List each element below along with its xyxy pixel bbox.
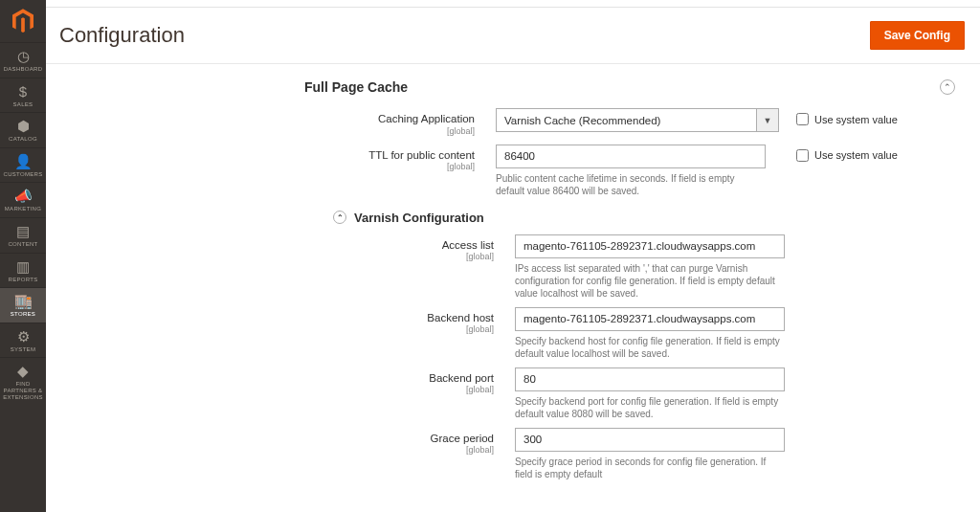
section-heading[interactable]: Full Page Cache	[56, 79, 965, 108]
ttl-input[interactable]	[496, 145, 766, 168]
label-access-list: Access list [global]	[56, 234, 515, 263]
grace-period-input[interactable]	[515, 428, 785, 452]
page-title: Configuration	[59, 23, 185, 48]
row-backend-port: Backend port [global] Specify backend po…	[56, 367, 965, 420]
customers-icon: 👤	[14, 154, 33, 168]
label-backend-port: Backend port [global]	[56, 367, 515, 396]
row-caching-application: Caching Application [global] Varnish Cac…	[56, 108, 965, 137]
backend-port-note: Specify backend port for config file gen…	[515, 395, 785, 420]
partners-icon: ◆	[17, 364, 29, 378]
collapse-section-toggle[interactable]: ⌃	[940, 79, 955, 95]
grace-period-note: Specify grace period in seconds for conf…	[515, 456, 785, 480]
use-system-label: Use system value	[814, 114, 898, 125]
nav-dashboard[interactable]: ◷ DASHBOARD	[0, 42, 46, 78]
nav-marketing[interactable]: 📣 MARKETING	[0, 182, 46, 217]
chevron-down-icon[interactable]: ▼	[756, 108, 779, 132]
form-content: ⌃ Full Page Cache Caching Application [g…	[46, 64, 980, 512]
sales-icon: $	[19, 84, 27, 99]
content-icon: ▤	[16, 224, 30, 238]
sub-section-varnish[interactable]: ⌃ Varnish Configuration	[56, 205, 965, 234]
ttl-note: Public content cache lifetime in seconds…	[496, 172, 766, 197]
primary-nav: ◷ DASHBOARD $ SALES ⬢ CATALOG 👤 CUSTOMER…	[0, 42, 46, 405]
stores-icon: 🏬	[14, 294, 33, 308]
page-header: Configuration Save Config	[46, 8, 980, 64]
section-full-page-cache: ⌃ Full Page Cache Caching Application [g…	[56, 64, 965, 480]
nav-customers[interactable]: 👤 CUSTOMERS	[0, 147, 46, 183]
ttl-use-system-checkbox[interactable]	[796, 149, 809, 162]
caching-application-use-system-checkbox[interactable]	[796, 113, 809, 125]
marketing-icon: 📣	[14, 189, 33, 203]
label-caching-application: Caching Application [global]	[56, 108, 496, 137]
label-grace-period: Grace period [global]	[56, 428, 515, 456]
access-list-input[interactable]	[515, 234, 785, 258]
dashboard-icon: ◷	[17, 49, 30, 63]
chevron-up-icon: ⌃	[333, 211, 346, 224]
row-ttl: TTL for public content [global] Public c…	[56, 145, 965, 197]
caching-application-value: Varnish Cache (Recommended)	[496, 108, 756, 132]
label-backend-host: Backend host [global]	[56, 307, 515, 336]
backend-host-note: Specify backend host for config file gen…	[515, 335, 785, 360]
nav-reports[interactable]: ▥ REPORTS	[0, 253, 46, 288]
system-icon: ⚙	[17, 329, 30, 344]
access-list-note: IPs access list separated with ',' that …	[515, 262, 785, 300]
row-grace-period: Grace period [global] Specify grace peri…	[56, 428, 965, 480]
magento-logo-icon	[12, 9, 33, 33]
main-area: Configuration Save Config ⌃ Full Page Ca…	[46, 0, 980, 512]
nav-sales[interactable]: $ SALES	[0, 78, 46, 113]
topbar	[46, 0, 980, 8]
save-config-button[interactable]: Save Config	[870, 21, 965, 50]
magento-logo[interactable]	[0, 0, 46, 42]
caching-application-select[interactable]: Varnish Cache (Recommended) ▼	[496, 108, 779, 132]
catalog-icon: ⬢	[17, 119, 30, 133]
backend-host-input[interactable]	[515, 307, 785, 331]
nav-system[interactable]: ⚙ SYSTEM	[0, 323, 46, 358]
nav-catalog[interactable]: ⬢ CATALOG	[0, 112, 46, 147]
reports-icon: ▥	[16, 259, 30, 274]
chevron-up-icon: ⌃	[944, 82, 951, 92]
admin-sidebar: ◷ DASHBOARD $ SALES ⬢ CATALOG 👤 CUSTOMER…	[0, 0, 46, 512]
nav-stores[interactable]: 🏬 STORES	[0, 287, 46, 323]
row-backend-host: Backend host [global] Specify backend ho…	[56, 307, 965, 360]
nav-partners[interactable]: ◆ FIND PARTNERS & EXTENSIONS	[0, 357, 46, 405]
nav-content[interactable]: ▤ CONTENT	[0, 217, 46, 253]
use-system-label: Use system value	[814, 149, 898, 161]
label-ttl: TTL for public content [global]	[56, 145, 496, 173]
backend-port-input[interactable]	[515, 367, 785, 391]
row-access-list: Access list [global] IPs access list sep…	[56, 234, 965, 300]
